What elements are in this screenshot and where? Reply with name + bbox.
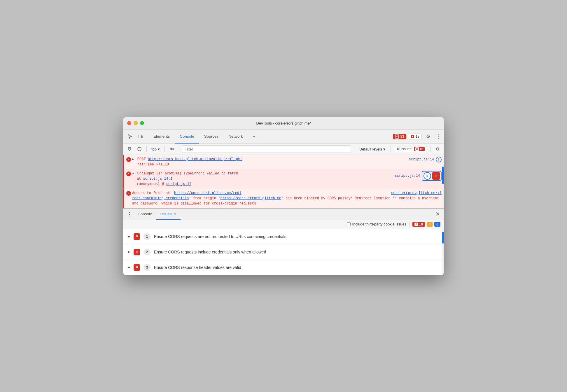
issues-bar-divider [409,222,410,227]
download-icon-1[interactable]: ↓ [436,157,442,162]
scrollbar-thumb[interactable] [442,167,444,184]
scrollbar-track [442,155,444,208]
toolbar-right: ✕ 53 ✕ 18 ⚙ ⋮ [393,132,442,141]
error-count-badge[interactable]: ✕ 53 [393,134,406,139]
divider2 [164,146,165,152]
fetch-url-link[interactable]: https://cors-host.glitch.me/redi [174,191,241,195]
bottom-panel-close[interactable]: ✕ [433,210,442,218]
error-icon-3: ✕ [126,190,132,196]
title-bar: DevTools - cors-errors.glitch.me/ [123,117,444,130]
divider3 [179,146,179,152]
stack-link-2[interactable]: script.js:14 [166,182,191,186]
bottom-tab-console[interactable]: Console [134,209,156,220]
context-selector[interactable]: top ▾ [150,146,162,152]
inspect-element-button[interactable] [125,132,135,141]
divider6 [430,146,430,152]
console-row-2: ✕ ▼ Uncaught (in promise) TypeError: Fai… [123,169,444,189]
tab-sources[interactable]: Sources [200,130,223,144]
issues-scrollbar-thumb[interactable] [442,232,444,244]
expand-arrow-1[interactable]: ▶ [132,157,134,161]
row-source-2: script.js:14 ⇅ ✕ [395,171,442,181]
filter-input[interactable] [182,145,351,153]
issue-list: ▶ ✕ 1 Ensure CORS requests are not redir… [123,229,444,275]
issue-expand-1[interactable]: ▶ [128,235,130,238]
issue-expand-3[interactable]: ▶ [128,265,130,269]
window-title: DevTools - cors-errors.glitch.me/ [256,121,311,125]
cursor-icon [128,134,132,139]
console-row-3: ✕ Access to fetch at 'https://cors-host.… [123,189,444,208]
stack-link-1[interactable]: script.js:14:1 [143,177,173,181]
device-icon [138,134,143,139]
minimize-button[interactable] [134,121,138,125]
log-levels-button[interactable]: Default levels ▾ [357,146,388,152]
issues-warn-count: 0 [427,222,433,227]
tab-list: Elements Console Sources Network » [149,130,260,144]
row-content-1: ▶ POST https://cors-host.glitch.me/inval… [132,157,409,167]
svg-point-8 [171,148,172,150]
post-url-link[interactable]: https://cors-host.glitch.me/invalid-pref… [148,157,242,161]
tab-more[interactable]: » [248,130,260,144]
issues-tab-close[interactable]: ✕ [174,212,176,216]
console-row-1: ✕ ▶ POST https://cors-host.glitch.me/inv… [123,155,444,169]
console-toolbar: top ▾ Default levels ▾ 18 Issues: ✕ 18 [123,144,444,155]
error-icon-1: ✕ [126,157,132,162]
warn-count-badge[interactable]: ✕ 18 [408,134,422,139]
row-source-1: script.js:14 ↓ [409,157,442,162]
error-icon-2: ✕ [126,171,132,176]
source-link-2[interactable]: script.js:14 [395,173,420,178]
issue-expand-2[interactable]: ▶ [128,250,130,254]
issue-num-3: 3 [144,264,150,271]
remove-button[interactable]: ✕ [432,172,440,180]
issue-num-2: 2 [144,249,150,256]
issues-x-icon: ✕ [415,147,419,151]
issues-filter-bar: Include third-party cookie issues ✕ 18 0… [123,220,444,229]
third-party-checkbox[interactable] [347,222,351,226]
svg-rect-1 [141,136,142,138]
bottom-tab-more-button[interactable]: ⋮ [125,210,134,218]
circle-up-down-button[interactable]: ⇅ [424,172,431,180]
tab-console[interactable]: Console [175,130,199,144]
cors-errors-link[interactable]: cors-errors.glitch.me/:1 [391,190,442,196]
bottom-tab-issues[interactable]: Issues ✕ [156,209,181,220]
bottom-tab-bar: ⋮ Console Issues ✕ ✕ [123,209,444,220]
svg-rect-0 [139,135,141,138]
clear-icon [127,147,132,151]
close-button[interactable] [127,121,131,125]
devtools-window: DevTools - cors-errors.glitch.me/ Elemen… [123,117,444,275]
console-settings-button[interactable]: ⚙ [433,145,442,153]
row-content-3: Access to fetch at 'https://cors-host.gl… [132,190,442,206]
issue-item-3[interactable]: ▶ ✕ 3 Ensure CORS response header values… [123,260,444,275]
no-entry-icon [137,147,142,151]
eye-icon [169,147,174,151]
issues-count-badges: ✕ 18 0 0 [412,222,440,227]
eye-button[interactable] [168,145,176,153]
issue-item-1[interactable]: ▶ ✕ 1 Ensure CORS requests are not redir… [123,229,444,244]
divider5 [391,146,391,152]
divider [146,146,147,152]
issue-item-2[interactable]: ▶ ✕ 2 Ensure CORS requests include crede… [123,244,444,260]
issues-scrollbar-track [442,229,444,275]
device-toolbar-button[interactable] [136,132,145,141]
issues-info-count: 0 [434,222,440,227]
maximize-button[interactable] [140,121,144,125]
issue-badge-1: ✕ [134,233,140,240]
expand-arrow-2[interactable]: ▼ [132,171,134,175]
issues-red-badge: ✕ 18 [414,147,425,151]
warn-x-icon: ✕ [410,134,414,139]
issue-badge-2: ✕ [134,249,140,255]
more-options-button[interactable]: ⋮ [435,132,442,141]
divider4 [354,146,354,152]
origin-link[interactable]: https://cors-errors.glitch.me [220,196,281,200]
issues-badge[interactable]: 18 Issues: ✕ 18 [394,146,427,152]
third-party-checkbox-label[interactable]: Include third-party cookie issues [347,222,407,226]
tab-network[interactable]: Network [224,130,248,144]
block-icon-button[interactable] [135,145,144,153]
clear-console-button[interactable] [125,145,134,153]
traffic-lights [127,121,144,125]
issues-red-count: ✕ 18 [412,222,425,227]
source-link-1[interactable]: script.js:14 [409,157,434,162]
settings-button[interactable]: ⚙ [424,132,433,141]
issue-num-1: 1 [144,233,150,240]
redirect-link[interactable]: rect-containing-credentials [132,196,189,200]
tab-elements[interactable]: Elements [149,130,174,144]
